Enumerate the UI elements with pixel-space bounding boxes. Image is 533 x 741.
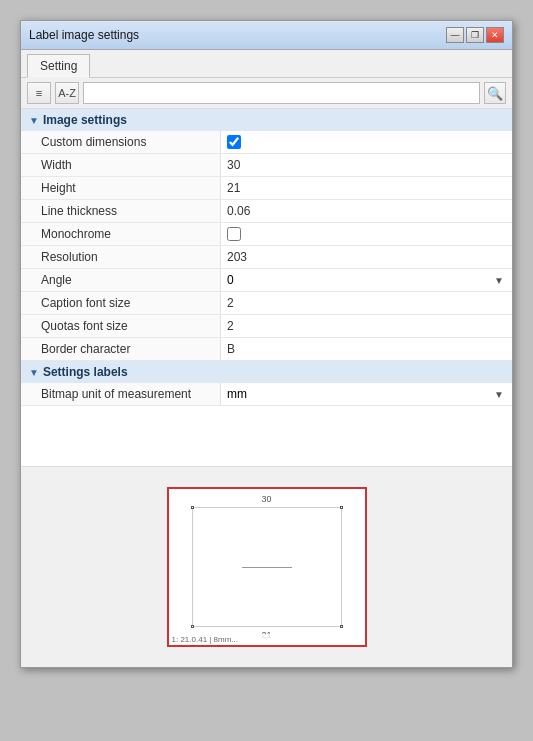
table-row: Bitmap unit of measurement mm ▼ (21, 383, 512, 406)
preview-area: 30 21 1: 21.0.41 | 8mm... (21, 466, 512, 667)
row-value-bitmap-unit: mm ▼ (221, 383, 512, 405)
collapse-arrow-settings-labels: ▼ (29, 367, 39, 378)
image-settings-title: Image settings (43, 113, 127, 127)
sort-label: A-Z (58, 87, 76, 99)
minimize-button[interactable]: — (446, 27, 464, 43)
window-title: Label image settings (29, 28, 139, 42)
preview-inner-border: 30 21 (192, 507, 342, 627)
row-value-quotas-font-size (221, 315, 512, 337)
corner-dot-br (340, 625, 343, 628)
bitmap-unit-dropdown[interactable]: mm ▼ (227, 387, 506, 401)
row-label-line-thickness: Line thickness (21, 200, 221, 222)
angle-dropdown[interactable]: 0 ▼ (227, 273, 506, 287)
row-label-height: Height (21, 177, 221, 199)
title-bar: Label image settings — ❐ ✕ (21, 21, 512, 50)
table-row: Caption font size (21, 292, 512, 315)
row-label-border-character: Border character (21, 338, 221, 360)
table-row: Quotas font size (21, 315, 512, 338)
content-area: ▼ Image settings Custom dimensions Width (21, 109, 512, 466)
sort-button[interactable]: A-Z (55, 82, 79, 104)
search-input[interactable] (83, 82, 480, 104)
bitmap-unit-dropdown-arrow: ▼ (494, 389, 504, 400)
table-row: Custom dimensions (21, 131, 512, 154)
caption-font-size-input[interactable] (227, 296, 506, 310)
preview-dim-top: 30 (261, 494, 271, 504)
row-label-quotas-font-size: Quotas font size (21, 315, 221, 337)
custom-dimensions-checkbox[interactable] (227, 135, 241, 149)
line-thickness-input[interactable] (227, 204, 506, 218)
empty-space (21, 406, 512, 466)
corner-dot-tr (340, 506, 343, 509)
list-view-button[interactable]: ≡ (27, 82, 51, 104)
settings-labels-title: Settings labels (43, 365, 128, 379)
row-value-monochrome (221, 223, 512, 245)
corner-dot-bl (191, 625, 194, 628)
height-input[interactable] (227, 181, 506, 195)
tab-setting[interactable]: Setting (27, 54, 90, 78)
image-settings-rows: Custom dimensions Width Height (21, 131, 512, 361)
table-row: Angle 0 ▼ (21, 269, 512, 292)
row-label-monochrome: Monochrome (21, 223, 221, 245)
image-settings-header[interactable]: ▼ Image settings (21, 109, 512, 131)
row-label-custom-dimensions: Custom dimensions (21, 131, 221, 153)
row-label-bitmap-unit: Bitmap unit of measurement (21, 383, 221, 405)
row-label-resolution: Resolution (21, 246, 221, 268)
table-row: Monochrome (21, 223, 512, 246)
row-value-angle: 0 ▼ (221, 269, 512, 291)
angle-value: 0 (227, 273, 234, 287)
row-value-width (221, 154, 512, 176)
row-value-line-thickness (221, 200, 512, 222)
settings-labels-rows: Bitmap unit of measurement mm ▼ (21, 383, 512, 406)
row-value-border-character (221, 338, 512, 360)
row-value-height (221, 177, 512, 199)
preview-status-bar: 1: 21.0.41 | 8mm... (169, 634, 365, 645)
row-value-caption-font-size (221, 292, 512, 314)
row-label-angle: Angle (21, 269, 221, 291)
table-row: Line thickness (21, 200, 512, 223)
preview-center-line (242, 567, 292, 568)
table-row: Width (21, 154, 512, 177)
restore-button[interactable]: ❐ (466, 27, 484, 43)
collapse-arrow-image: ▼ (29, 115, 39, 126)
search-button[interactable]: 🔍 (484, 82, 506, 104)
corner-dot-tl (191, 506, 194, 509)
row-label-width: Width (21, 154, 221, 176)
close-button[interactable]: ✕ (486, 27, 504, 43)
settings-labels-header[interactable]: ▼ Settings labels (21, 361, 512, 383)
table-row: Height (21, 177, 512, 200)
bitmap-unit-value: mm (227, 387, 247, 401)
main-window: Label image settings — ❐ ✕ Setting ≡ A-Z… (20, 20, 513, 668)
row-value-custom-dimensions (221, 131, 512, 153)
label-preview: 30 21 1: 21.0.41 | 8mm... (167, 487, 367, 647)
width-input[interactable] (227, 158, 506, 172)
row-value-resolution (221, 246, 512, 268)
resolution-input[interactable] (227, 250, 506, 264)
monochrome-checkbox[interactable] (227, 227, 241, 241)
angle-dropdown-arrow: ▼ (494, 275, 504, 286)
table-row: Resolution (21, 246, 512, 269)
row-label-caption-font-size: Caption font size (21, 292, 221, 314)
window-controls: — ❐ ✕ (446, 27, 504, 43)
quotas-font-size-input[interactable] (227, 319, 506, 333)
toolbar: ≡ A-Z 🔍 (21, 78, 512, 109)
table-row: Border character (21, 338, 512, 361)
tab-bar: Setting (21, 50, 512, 78)
list-icon: ≡ (36, 87, 42, 99)
border-character-input[interactable] (227, 342, 506, 356)
search-icon: 🔍 (487, 86, 503, 101)
